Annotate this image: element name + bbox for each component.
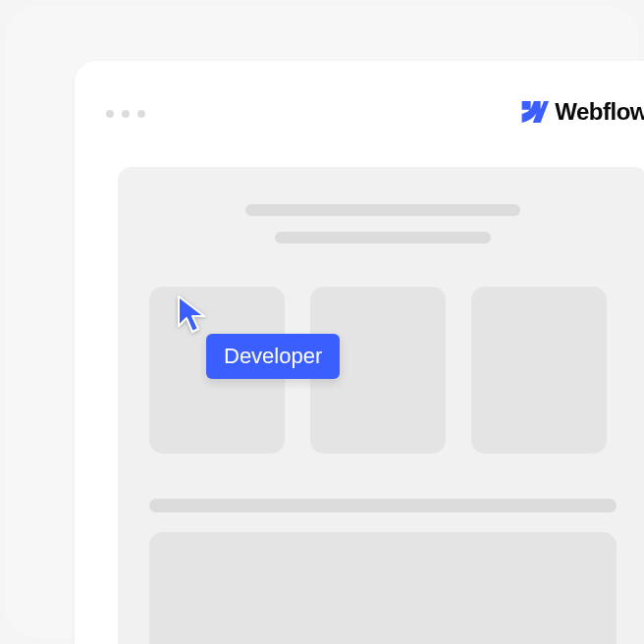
- skeleton-heading-line: [245, 204, 520, 216]
- webflow-logo-icon: [515, 101, 549, 123]
- browser-window: Webflow: [75, 61, 644, 644]
- card-row: [149, 287, 617, 454]
- window-dot: [122, 110, 130, 118]
- window-controls: [106, 110, 145, 118]
- brand-wordmark: Webflow: [555, 98, 644, 126]
- card-placeholder[interactable]: [471, 287, 607, 454]
- content-panel: [118, 167, 644, 644]
- card-placeholder[interactable]: [310, 287, 446, 454]
- large-card-placeholder[interactable]: [149, 532, 617, 644]
- brand: Webflow: [515, 98, 644, 126]
- skeleton-section-heading: [149, 499, 617, 512]
- window-dot: [137, 110, 145, 118]
- skeleton-subheading-line: [275, 232, 491, 243]
- window-dot: [106, 110, 114, 118]
- card-placeholder[interactable]: [149, 287, 285, 454]
